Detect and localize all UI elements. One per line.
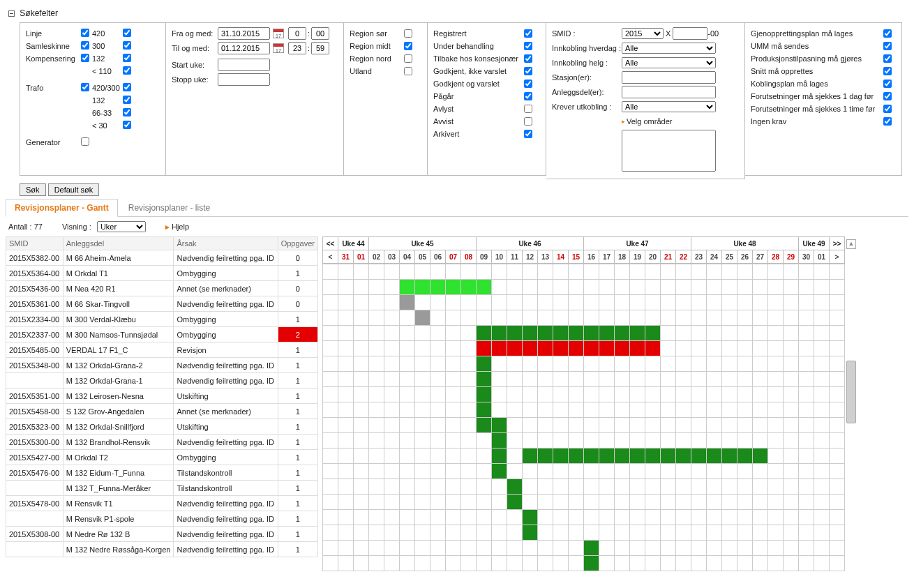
- grid-header-oppgaver[interactable]: Oppgaver: [278, 237, 317, 250]
- table-row[interactable]: 2015X2334-00M 300 Verdal-KlæbuOmbygging1: [6, 312, 318, 327]
- krav-kobl-checkbox[interactable]: [883, 80, 892, 88]
- gantt-nav-last[interactable]: >>: [830, 237, 845, 250]
- table-row[interactable]: 2015X5308-00M Nedre Rø 132 BNødvendig fe…: [6, 527, 318, 542]
- gantt-cell: [523, 464, 538, 479]
- scroll-up-icon[interactable]: ▲: [846, 239, 856, 249]
- table-row[interactable]: M 132 Orkdal-Grana-1Nødvendig feilrettin…: [6, 373, 318, 389]
- stasjoner-input[interactable]: [622, 71, 716, 84]
- gantt-cell: [814, 418, 830, 433]
- gantt-cell: [323, 372, 338, 387]
- smid-num-input[interactable]: [673, 27, 707, 40]
- region-utland-checkbox[interactable]: [404, 67, 412, 75]
- trafo-checkbox[interactable]: [81, 83, 89, 91]
- gantt-nav-prev[interactable]: <: [323, 250, 338, 264]
- tlt30-checkbox[interactable]: [123, 121, 131, 129]
- grid-header-arsak[interactable]: Årsak: [174, 237, 278, 250]
- krav-umm-checkbox[interactable]: [883, 42, 892, 50]
- tab-gantt[interactable]: Revisjonsplaner - Gantt: [6, 199, 118, 217]
- gantt-cell: [830, 433, 845, 448]
- startuke-input[interactable]: [218, 59, 270, 71]
- fra-hour-input[interactable]: [288, 27, 306, 40]
- table-row[interactable]: 2015X5351-00M 132 Leirosen-NesnaUtskifti…: [6, 389, 318, 404]
- table-row[interactable]: 2015X5300-00M 132 Brandhol-RensvikNødven…: [6, 435, 318, 450]
- calendar-icon[interactable]: [273, 43, 284, 53]
- status-tilbake-checkbox[interactable]: [524, 54, 532, 63]
- scroll-thumb[interactable]: [846, 361, 856, 423]
- linje-checkbox[interactable]: [81, 29, 89, 37]
- table-row[interactable]: 2015X5485-00VERDAL 17 F1_CRevisjon1: [6, 342, 318, 358]
- anleggsdeler-input[interactable]: [622, 86, 716, 98]
- krav-ingen-checkbox[interactable]: [883, 117, 892, 126]
- status-avlyst-checkbox[interactable]: [524, 105, 532, 113]
- krav-for1t-checkbox[interactable]: [883, 105, 892, 113]
- status-godkjent-ikke-checkbox[interactable]: [524, 67, 532, 75]
- table-row[interactable]: 2015X5458-00S 132 Grov-AngedalenAnnet (s…: [6, 404, 318, 419]
- status-arkivert-checkbox[interactable]: [524, 130, 532, 138]
- omrader-textarea[interactable]: [622, 130, 716, 172]
- vlt110-checkbox[interactable]: [123, 66, 131, 75]
- fra-date-input[interactable]: [218, 27, 270, 40]
- region-sor-checkbox[interactable]: [404, 29, 412, 38]
- fra-min-input[interactable]: [311, 27, 329, 40]
- table-row[interactable]: M 132 Nedre Røssåga-KorgenNødvendig feil…: [6, 542, 318, 557]
- sok-button[interactable]: Søk: [20, 183, 46, 196]
- kompensering-checkbox[interactable]: [81, 54, 89, 62]
- innk-hverdag-select[interactable]: Alle: [622, 43, 716, 54]
- table-row[interactable]: 2015X5382-00M 66 Aheim-AmelaNødvendig fe…: [6, 250, 318, 266]
- default-sok-button[interactable]: Default søk: [48, 183, 100, 196]
- innk-helg-select[interactable]: Alle: [622, 57, 716, 68]
- table-row[interactable]: M 132 T_Funna-MeråkerTilstandskontroll1: [6, 481, 318, 496]
- table-row[interactable]: 2015X5323-00M 132 Orkdal-SnillfjordUtski…: [6, 419, 318, 435]
- krav-gjen-checkbox[interactable]: [883, 29, 892, 38]
- table-row[interactable]: M Rensvik P1-spoleNødvendig feilretting …: [6, 511, 318, 527]
- table-row[interactable]: 2015X5436-00M Nea 420 R1Annet (se merkna…: [6, 281, 318, 296]
- table-row[interactable]: 2015X5476-00M 132 Eidum-T_FunnaTilstands…: [6, 465, 318, 481]
- til-min-input[interactable]: [311, 42, 329, 54]
- krav-prod-checkbox[interactable]: [883, 54, 892, 63]
- t420-300-checkbox[interactable]: [123, 83, 131, 91]
- table-row[interactable]: 2015X5478-00M Rensvik T1Nødvendig feilre…: [6, 496, 318, 511]
- krever-select[interactable]: Alle: [622, 101, 716, 112]
- gantt-cell: [400, 479, 415, 495]
- til-hour-input[interactable]: [288, 42, 306, 54]
- visning-select[interactable]: Uker: [97, 221, 146, 232]
- table-row[interactable]: 2015X2337-00M 300 Namsos-TunnsjødalOmbyg…: [6, 327, 318, 342]
- krav-snitt-checkbox[interactable]: [883, 67, 892, 75]
- grid-header-anleggsdel[interactable]: Anleggsdel: [63, 237, 174, 250]
- gantt-cell: [753, 310, 768, 326]
- calendar-icon[interactable]: [273, 29, 284, 38]
- hjelp-link[interactable]: Hjelp: [172, 223, 189, 231]
- status-godkjent-varslet-checkbox[interactable]: [524, 80, 532, 88]
- table-row[interactable]: 2015X5361-00M 66 Skar-TingvollNødvendig …: [6, 296, 318, 312]
- krav-for1d-checkbox[interactable]: [883, 92, 892, 100]
- collapse-icon[interactable]: [8, 10, 15, 17]
- vertical-scrollbar[interactable]: ▲: [846, 236, 857, 423]
- v300-checkbox[interactable]: [123, 41, 131, 50]
- generator-checkbox[interactable]: [81, 137, 89, 146]
- smid-year-select[interactable]: 2015: [622, 28, 664, 39]
- status-registrert-checkbox[interactable]: [524, 29, 532, 38]
- velg-omrader-link[interactable]: Velg områder: [627, 117, 672, 126]
- table-row[interactable]: 2015X5427-00M Orkdal T2Ombygging1: [6, 450, 318, 465]
- gantt-nav-first[interactable]: <<: [323, 237, 338, 250]
- status-avvist-checkbox[interactable]: [524, 117, 532, 126]
- v132-checkbox[interactable]: [123, 54, 131, 62]
- v420-checkbox[interactable]: [123, 29, 131, 37]
- gantt-cell: [430, 356, 446, 372]
- samleskinne-checkbox[interactable]: [81, 41, 89, 50]
- region-midt-checkbox[interactable]: [404, 42, 412, 50]
- t132-checkbox[interactable]: [123, 96, 131, 104]
- gantt-cell: [446, 525, 461, 541]
- region-nord-checkbox[interactable]: [404, 54, 412, 63]
- stoppuke-input[interactable]: [218, 73, 270, 86]
- table-row[interactable]: 2015X5364-00M Orkdal T1Ombygging1: [6, 266, 318, 281]
- gantt-cell: [630, 433, 645, 448]
- til-date-input[interactable]: [218, 42, 270, 54]
- grid-header-smid[interactable]: SMID: [6, 237, 63, 250]
- table-row[interactable]: 2015X5348-00M 132 Orkdal-Grana-2Nødvendi…: [6, 358, 318, 373]
- status-under-checkbox[interactable]: [524, 42, 532, 50]
- tab-liste[interactable]: Revisjonsplaner - liste: [120, 199, 218, 216]
- t66-33-checkbox[interactable]: [123, 108, 131, 116]
- status-pagar-checkbox[interactable]: [524, 92, 532, 100]
- gantt-nav-next[interactable]: >: [830, 250, 845, 264]
